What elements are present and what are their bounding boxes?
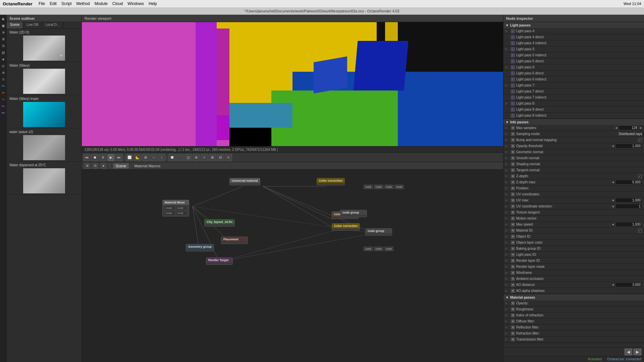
row-light-pass-6-direct[interactable]: L Light pass 6 direct: — [503, 70, 644, 76]
row-texture-tangent[interactable]: ▷ ⚙ Texture tangent: — [503, 209, 644, 216]
row-transmission-filter[interactable]: ▷ ⚙ Transmission filter: — [503, 337, 644, 343]
tab-material-macros[interactable]: Material Macros — [131, 163, 163, 169]
row-light-pass-7-indirect[interactable]: L Light pass 7 indirect: — [503, 95, 644, 101]
row-max-samples[interactable]: ▷ ⚙ Max samples: ◀ ▶ — [503, 125, 644, 131]
row-motion-vector[interactable]: ▷ ⚙ Motion vector: — [503, 216, 644, 222]
br-node-1[interactable]: node — [364, 247, 373, 251]
toolbar-btn-17[interactable]: ≡ — [225, 154, 232, 161]
row-refraction-filter[interactable]: ▷ ⚙ Refraction filter: — [503, 330, 644, 337]
nav-prev-button[interactable]: ◀ — [625, 349, 632, 355]
menu-method[interactable]: Method — [76, 1, 90, 6]
row-object-layer-color[interactable]: ▷ ⚙ Object layer color: — [503, 240, 644, 246]
material-id-checkbox[interactable]: ✓ — [638, 229, 642, 233]
list-item[interactable]: Water (Wavy) tropic — [7, 95, 82, 128]
row-light-pass-8-direct[interactable]: L Light pass 8 direct: — [503, 107, 644, 113]
node-group-2[interactable]: node group — [340, 210, 367, 217]
z-depth-left-arrow[interactable]: ◀ — [612, 181, 614, 184]
row-opacity-threshold[interactable]: ▷ ⚙ Opacity threshold: ◀ — [503, 143, 644, 149]
row-ao-alpha-shadows[interactable]: ▷ ⚙ AO alpha shadows: — [503, 288, 644, 294]
row-reflection-filter[interactable]: ▷ ⚙ Reflection filter: — [503, 324, 644, 330]
row-light-pass-5[interactable]: ▷ L Light pass 5: — [503, 46, 644, 52]
left-arrow-icon[interactable]: ◀ — [615, 126, 617, 129]
material-passes-header[interactable]: ▼ Material passes — [503, 294, 644, 300]
light-passes-header[interactable]: ▼ Light passes — [503, 22, 644, 28]
row-light-pass-8-indirect[interactable]: L Light pass 8 indirect: — [503, 113, 644, 119]
nav-next-button[interactable]: ▶ — [634, 349, 641, 355]
node-universal-material[interactable]: Universal material — [229, 178, 260, 185]
node-city-layout[interactable]: City_layout_16.fm — [204, 219, 235, 227]
row-sampling-mode[interactable]: ▷ ⚙ Sampling mode: Distributed rays — [503, 131, 644, 137]
toolbar-btn-13[interactable]: ⊕ — [193, 154, 200, 161]
toolbar-btn-6[interactable]: 📐 — [134, 154, 141, 161]
uv-sel-left-arrow[interactable]: ◀ — [612, 205, 614, 208]
list-item[interactable]: water (wave v2) — [7, 128, 82, 162]
row-ambient-occlusion[interactable]: ▷ ⚙ Ambient occlusion: — [503, 276, 644, 282]
sidebar-icon-10[interactable]: ⊙ — [1, 76, 6, 82]
row-light-pass-id[interactable]: ▷ ⚙ Light pass ID: — [503, 252, 644, 258]
ao-dist-left-arrow[interactable]: ◀ — [612, 283, 614, 286]
br-node-3[interactable]: node — [384, 247, 394, 251]
row-baking-group[interactable]: ▷ ⚙ Baking group ID: — [503, 246, 644, 252]
toolbar-btn-5[interactable]: ⬜ — [126, 154, 133, 161]
node-geometry-group[interactable]: Geometry group — [186, 244, 214, 251]
row-tangent-normal[interactable]: ▷ ⚙ Tangent normal: — [503, 167, 644, 173]
toolbar-btn-4[interactable]: ⏭ — [115, 154, 123, 161]
uv-max-left-arrow[interactable]: ◀ — [612, 199, 614, 202]
max-speed-left-arrow[interactable]: ◀ — [612, 223, 614, 226]
sidebar-icon-ai[interactable]: Ai — [1, 90, 6, 95]
row-geometric-normal[interactable]: ▷ ⚙ Geometric normal: — [503, 149, 644, 155]
toolbar-btn-7[interactable]: ⊞ — [142, 154, 149, 161]
node-color-correction-2[interactable]: Color correction — [332, 223, 360, 231]
br-node-2[interactable]: node — [374, 247, 383, 251]
row-smooth-normal[interactable]: ▷ ⚙ Smooth normal: — [503, 155, 644, 161]
row-wireframe[interactable]: ▷ ⚙ Wireframe: — [503, 270, 644, 276]
list-item[interactable]: Water (Wavy) — [7, 62, 82, 95]
sidebar-icon-an[interactable]: An — [1, 103, 6, 109]
sidebar-icon-7[interactable]: ◈ — [1, 56, 6, 62]
uv-sel-input[interactable] — [615, 204, 642, 209]
tab-scene[interactable]: Scene — [113, 163, 129, 169]
row-diffuse-filter[interactable]: ▷ ⚙ Diffuse filter: — [503, 318, 644, 324]
opacity-left-arrow[interactable]: ◀ — [612, 144, 614, 147]
row-render-layer-id[interactable]: ▷ ⚙ Render layer ID: — [503, 258, 644, 264]
row-z-depth-max[interactable]: ▷ ⚙ Z-depth max: ◀ — [503, 179, 644, 185]
row-material-id[interactable]: ▷ ⚙ Material ID: ✓ — [503, 228, 644, 234]
row-light-pass-4-indirect[interactable]: L Light pass 4 indirect: — [503, 40, 644, 46]
right-arrow-icon[interactable]: ▶ — [640, 126, 642, 129]
ng-btn-3[interactable]: ◈ — [101, 163, 106, 169]
toolbar-btn-8[interactable]: ↔ — [150, 154, 157, 161]
node-placement[interactable]: Placement — [221, 237, 248, 244]
cluster-node-3[interactable]: node — [384, 185, 394, 189]
toolbar-btn-15[interactable]: ⊞ — [209, 154, 216, 161]
toolbar-btn-1[interactable]: ⏮ — [83, 154, 91, 161]
row-max-speed[interactable]: ▷ ⚙ Max speed: ◀ — [503, 222, 644, 228]
toolbar-btn-14[interactable]: + — [201, 154, 208, 161]
node-color-correction-1[interactable]: Color correction — [317, 178, 345, 185]
tab-live-db[interactable]: Live DB — [23, 22, 42, 28]
opacity-threshold-input[interactable] — [615, 143, 642, 148]
list-item[interactable]: Water (2D O) ✦ — [7, 29, 82, 62]
row-light-pass-4[interactable]: ▷ L Light pass 4: — [503, 28, 644, 34]
row-ior[interactable]: ▷ ⚙ Index of refraction: — [503, 312, 644, 318]
row-uv-coordinates[interactable]: ▷ ⚙ UV coordinates: — [503, 191, 644, 197]
row-light-pass-7[interactable]: ▷ L Light pass 7: — [503, 82, 644, 88]
bump-checkbox[interactable]: ✓ — [638, 138, 642, 142]
ao-distance-input[interactable] — [615, 282, 642, 287]
menu-module[interactable]: Module — [95, 1, 108, 6]
toolbar-btn-12[interactable]: ◫ — [184, 154, 192, 161]
row-light-pass-4-direct[interactable]: L Light pass 4 direct: — [503, 34, 644, 40]
toolbar-btn-16[interactable]: ⊟ — [217, 154, 224, 161]
sidebar-icon-1[interactable]: ◉ — [1, 16, 6, 21]
sidebar-icon-ae[interactable]: Ae — [1, 110, 6, 115]
node-material-mixer[interactable]: Material Mixer node node node node — [162, 200, 189, 217]
uv-max-input[interactable] — [615, 198, 642, 203]
row-z-depth[interactable]: ▷ ⚙ Z-depth: ✓ — [503, 173, 644, 179]
sidebar-icon-5[interactable]: ⊟ — [1, 43, 6, 48]
sidebar-icon-4[interactable]: ⊞ — [1, 36, 6, 42]
row-light-pass-7-direct[interactable]: L Light pass 7 direct: — [503, 88, 644, 95]
row-opacity[interactable]: ▷ ⚙ Opacity: — [503, 300, 644, 306]
row-object-id[interactable]: ▷ ⚙ Object ID: — [503, 234, 644, 240]
max-speed-input[interactable] — [615, 222, 642, 227]
sidebar-icon-ps[interactable]: Ps — [1, 83, 6, 88]
toolbar-btn-11[interactable]: ⬛ — [176, 154, 184, 161]
